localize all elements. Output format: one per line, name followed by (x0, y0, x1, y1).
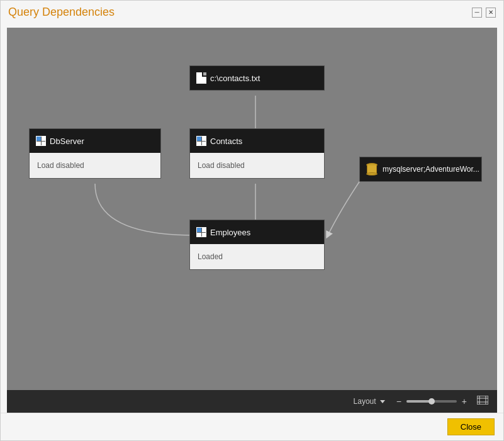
zoom-slider[interactable] (406, 400, 457, 403)
diagram-canvas: c:\contacts.txt DbServer Load disabled C… (7, 28, 497, 390)
contacts-body: Load disabled (190, 153, 324, 178)
close-window-button[interactable]: ✕ (486, 8, 496, 18)
window-controls: ─ ✕ (472, 8, 496, 18)
table-icon-2 (196, 136, 206, 146)
dbserver-body: Load disabled (30, 153, 160, 178)
zoom-in-button[interactable]: + (459, 396, 469, 406)
layout-label: Layout (354, 397, 376, 406)
bottom-toolbar: Layout − + (7, 390, 497, 413)
contacts-node[interactable]: Contacts Load disabled (189, 128, 325, 179)
chevron-down-icon (380, 400, 385, 403)
dbserver-label: DbServer (50, 137, 84, 146)
zoom-out-button[interactable]: − (394, 396, 404, 406)
contacts-file-header: c:\contacts.txt (190, 66, 324, 90)
contacts-header: Contacts (190, 129, 324, 153)
contacts-file-node[interactable]: c:\contacts.txt (189, 65, 325, 91)
contacts-file-label: c:\contacts.txt (210, 74, 260, 83)
contacts-label: Contacts (210, 137, 242, 146)
employees-body: Loaded (190, 244, 324, 269)
employees-node[interactable]: Employees Loaded (189, 220, 325, 270)
file-icon (196, 72, 206, 84)
table-icon (36, 136, 46, 146)
title-bar: Query Dependencies ─ ✕ (1, 1, 503, 23)
main-window: Query Dependencies ─ ✕ (0, 0, 504, 441)
mysql-header: mysqlserver;AdventureWor... (360, 157, 481, 181)
svg-rect-2 (477, 396, 488, 405)
employees-label: Employees (210, 228, 250, 237)
window-title: Query Dependencies (8, 6, 115, 19)
table-icon-3 (196, 227, 206, 237)
fit-icon (477, 396, 488, 405)
fit-to-screen-button[interactable] (474, 396, 491, 407)
mysql-node[interactable]: mysqlserver;AdventureWor... (359, 157, 482, 182)
zoom-controls: − + (394, 396, 469, 406)
dbserver-header: DbServer (30, 129, 160, 153)
cylinder-icon (366, 163, 378, 176)
mysql-label: mysqlserver;AdventureWor... (383, 165, 479, 174)
minimize-button[interactable]: ─ (472, 8, 482, 18)
footer: Close (1, 413, 503, 440)
close-button[interactable]: Close (447, 418, 495, 435)
dbserver-node[interactable]: DbServer Load disabled (29, 128, 161, 179)
employees-header: Employees (190, 220, 324, 244)
layout-button[interactable]: Layout (350, 396, 389, 407)
